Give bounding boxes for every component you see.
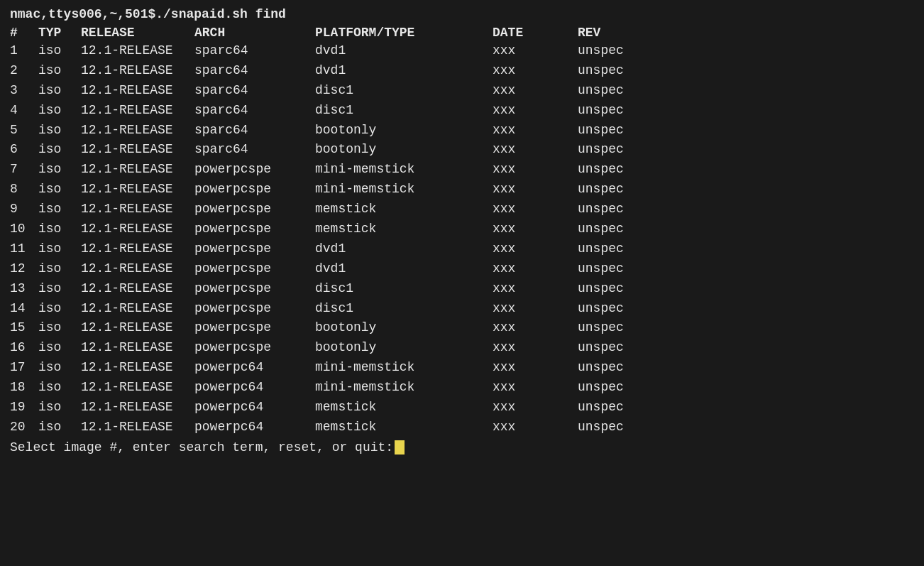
cell-num: 4 <box>10 101 38 121</box>
cell-num: 8 <box>10 180 38 200</box>
cell-release: 12.1-RELEASE <box>81 378 194 398</box>
cell-typ: iso <box>38 81 81 101</box>
cell-platform: dvd1 <box>315 239 493 259</box>
cell-typ: iso <box>38 299 81 319</box>
cell-date: xxx <box>493 418 578 437</box>
cell-release: 12.1-RELEASE <box>81 180 194 200</box>
table-row: 1 iso 12.1-RELEASE sparc64 dvd1 xxx unsp… <box>10 41 914 61</box>
header-rev: REV <box>578 26 663 40</box>
cell-typ: iso <box>38 358 81 378</box>
cell-rev: unspec <box>578 398 663 418</box>
table-row: 2 iso 12.1-RELEASE sparc64 dvd1 xxx unsp… <box>10 61 914 81</box>
table-row: 12 iso 12.1-RELEASE powerpcspe dvd1 xxx … <box>10 259 914 279</box>
cell-rev: unspec <box>578 318 663 338</box>
cell-rev: unspec <box>578 358 663 378</box>
cell-platform: disc1 <box>315 299 493 319</box>
cell-date: xxx <box>493 338 578 358</box>
cell-platform: mini-memstick <box>315 160 493 180</box>
cell-typ: iso <box>38 259 81 279</box>
cell-date: xxx <box>493 299 578 319</box>
cell-release: 12.1-RELEASE <box>81 61 194 81</box>
cell-release: 12.1-RELEASE <box>81 299 194 319</box>
cell-release: 12.1-RELEASE <box>81 398 194 418</box>
cell-num: 9 <box>10 200 38 219</box>
cell-rev: unspec <box>578 101 663 121</box>
input-prompt-line[interactable]: Select image #, enter search term, reset… <box>10 440 914 455</box>
cell-platform: mini-memstick <box>315 180 493 200</box>
cell-date: xxx <box>493 219 578 239</box>
cell-num: 20 <box>10 418 38 437</box>
cell-typ: iso <box>38 279 81 299</box>
shell-prompt: nmac,ttys006,~,501$./snapaid.sh find <box>10 7 914 21</box>
cell-release: 12.1-RELEASE <box>81 259 194 279</box>
table-row: 10 iso 12.1-RELEASE powerpcspe memstick … <box>10 219 914 239</box>
cell-rev: unspec <box>578 378 663 398</box>
cell-num: 13 <box>10 279 38 299</box>
cell-arch: powerpcspe <box>194 299 315 319</box>
cell-platform: disc1 <box>315 101 493 121</box>
cell-release: 12.1-RELEASE <box>81 318 194 338</box>
cell-arch: powerpcspe <box>194 160 315 180</box>
cell-num: 12 <box>10 259 38 279</box>
cell-rev: unspec <box>578 160 663 180</box>
cell-date: xxx <box>493 140 578 160</box>
cell-arch: sparc64 <box>194 81 315 101</box>
cell-rev: unspec <box>578 200 663 219</box>
header-platform: PLATFORM/TYPE <box>315 26 493 40</box>
cell-arch: powerpcspe <box>194 259 315 279</box>
cell-arch: sparc64 <box>194 101 315 121</box>
cell-typ: iso <box>38 140 81 160</box>
table-body: 1 iso 12.1-RELEASE sparc64 dvd1 xxx unsp… <box>10 41 914 437</box>
header-arch: ARCH <box>194 26 315 40</box>
cell-num: 14 <box>10 299 38 319</box>
input-prompt-label: Select image #, enter search term, reset… <box>10 440 393 455</box>
cell-rev: unspec <box>578 219 663 239</box>
cell-num: 1 <box>10 41 38 61</box>
cell-typ: iso <box>38 41 81 61</box>
cell-rev: unspec <box>578 180 663 200</box>
cell-arch: sparc64 <box>194 121 315 141</box>
cell-release: 12.1-RELEASE <box>81 358 194 378</box>
cell-platform: mini-memstick <box>315 378 493 398</box>
cell-num: 5 <box>10 121 38 141</box>
table-row: 8 iso 12.1-RELEASE powerpcspe mini-memst… <box>10 180 914 200</box>
cell-release: 12.1-RELEASE <box>81 279 194 299</box>
cell-release: 12.1-RELEASE <box>81 418 194 437</box>
cell-typ: iso <box>38 398 81 418</box>
cell-date: xxx <box>493 259 578 279</box>
cell-typ: iso <box>38 61 81 81</box>
table-row: 11 iso 12.1-RELEASE powerpcspe dvd1 xxx … <box>10 239 914 259</box>
cell-typ: iso <box>38 318 81 338</box>
cell-platform: dvd1 <box>315 61 493 81</box>
cell-num: 2 <box>10 61 38 81</box>
cell-date: xxx <box>493 358 578 378</box>
table-header: # TYP RELEASE ARCH PLATFORM/TYPE DATE RE… <box>10 26 914 40</box>
header-typ: TYP <box>38 26 81 40</box>
cell-release: 12.1-RELEASE <box>81 41 194 61</box>
cell-date: xxx <box>493 121 578 141</box>
cell-arch: powerpcspe <box>194 200 315 219</box>
table-row: 9 iso 12.1-RELEASE powerpcspe memstick x… <box>10 200 914 219</box>
cell-rev: unspec <box>578 299 663 319</box>
cell-date: xxx <box>493 61 578 81</box>
cell-arch: powerpcspe <box>194 279 315 299</box>
cell-typ: iso <box>38 239 81 259</box>
cell-date: xxx <box>493 180 578 200</box>
cell-platform: dvd1 <box>315 41 493 61</box>
cell-num: 18 <box>10 378 38 398</box>
table-row: 15 iso 12.1-RELEASE powerpcspe bootonly … <box>10 318 914 338</box>
cell-arch: powerpc64 <box>194 378 315 398</box>
cell-date: xxx <box>493 101 578 121</box>
cell-arch: sparc64 <box>194 41 315 61</box>
cell-num: 11 <box>10 239 38 259</box>
cell-date: xxx <box>493 378 578 398</box>
cell-arch: powerpcspe <box>194 239 315 259</box>
cell-platform: memstick <box>315 200 493 219</box>
cell-arch: powerpc64 <box>194 398 315 418</box>
cell-typ: iso <box>38 121 81 141</box>
cell-rev: unspec <box>578 239 663 259</box>
table-row: 19 iso 12.1-RELEASE powerpc64 memstick x… <box>10 398 914 418</box>
cell-release: 12.1-RELEASE <box>81 140 194 160</box>
header-date: DATE <box>493 26 578 40</box>
table-row: 20 iso 12.1-RELEASE powerpc64 memstick x… <box>10 418 914 437</box>
